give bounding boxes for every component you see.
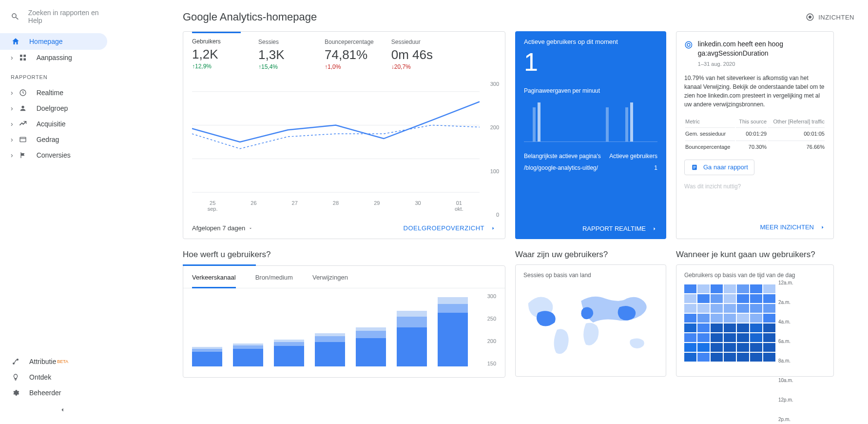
nav-attribution[interactable]: Attributie BETA <box>0 354 124 369</box>
heatmap-cell <box>737 353 749 362</box>
svg-point-7 <box>13 363 15 364</box>
heatmap-cell <box>737 284 749 293</box>
chevron-left-icon <box>59 406 66 413</box>
geo-card: Sessies op basis van land <box>515 264 666 377</box>
heatmap-cell <box>724 333 736 342</box>
behavior-icon <box>19 136 27 143</box>
attribution-icon <box>12 358 19 365</box>
heatmap-cell <box>763 343 775 352</box>
nav-acquisition-label: Acquisitie <box>37 120 66 128</box>
nav-conversions[interactable]: › Conversies <box>0 147 124 163</box>
insights-button[interactable]: INZICHTEN <box>806 13 854 21</box>
pageviews-per-minute-chart <box>524 98 657 142</box>
svg-rect-3 <box>23 58 26 61</box>
heatmap-cell <box>684 284 696 293</box>
kpi-tab-duration[interactable]: Sessieduur 0m 46s ↓20,7% <box>391 39 440 73</box>
date-range-select[interactable]: Afgelopen 7 dagen <box>192 224 253 232</box>
chevron-right-icon <box>652 226 657 232</box>
insight-card: linkedin.com heeft een hoog ga:avgSessio… <box>676 31 834 239</box>
clock-icon <box>19 89 27 97</box>
search-input[interactable]: Zoeken in rapporten en Help <box>0 9 124 33</box>
flag-icon <box>19 151 27 159</box>
nav-attribution-label: Attributie <box>29 358 56 365</box>
kpi-tab-sessions[interactable]: Sessies 1,3K ↑15,4% <box>258 39 307 73</box>
heatmap-cell <box>737 333 749 342</box>
nav-admin[interactable]: Beheerder <box>0 385 124 401</box>
svg-point-8 <box>17 359 19 361</box>
nav-behavior[interactable]: › Gedrag <box>0 132 124 147</box>
kpi-tab-users[interactable]: Gebruikers 1,2K ↑12,9% <box>192 32 241 73</box>
svg-point-15 <box>685 41 692 48</box>
nav-realtime-label: Realtime <box>37 89 63 97</box>
collapse-sidebar-button[interactable] <box>0 401 124 419</box>
tab-referrals[interactable]: Verwijzingen <box>312 274 348 288</box>
chevron-right-icon <box>820 224 826 230</box>
insight-feedback[interactable]: Was dit inzicht nuttig? <box>684 183 826 190</box>
heatmap-cell <box>750 333 762 342</box>
heatmap-cell <box>763 284 775 293</box>
acquisition-heading: Hoe werft u gebruikers? <box>183 250 505 260</box>
svg-rect-1 <box>23 55 26 57</box>
heatmap-cell <box>763 353 775 362</box>
heatmap-cell <box>697 284 710 293</box>
chevron-right-icon <box>490 225 496 231</box>
heatmap-cell <box>763 304 775 313</box>
go-to-report-button[interactable]: Ga naar rapport <box>684 160 754 175</box>
kpi-tab-bounce[interactable]: Bouncepercentage 74,81% ↑1,0% <box>325 39 374 73</box>
heatmap-cell <box>737 323 749 332</box>
svg-rect-18 <box>693 166 695 166</box>
realtime-report-link[interactable]: RAPPORT REALTIME <box>524 218 657 232</box>
acquisition-card: Verkeerskanaal Bron/medium Verwijzingen <box>183 265 505 378</box>
more-insights-link[interactable]: MEER INZICHTEN <box>684 214 826 231</box>
tab-traffic-channel[interactable]: Verkeerskanaal <box>192 274 236 288</box>
person-icon <box>19 104 27 112</box>
gear-icon <box>12 389 19 397</box>
page-title: Google Analytics-homepage <box>183 11 317 23</box>
nav-realtime[interactable]: › Realtime <box>0 85 124 101</box>
heatmap-cell <box>763 294 775 303</box>
search-placeholder: Zoeken in rapporten en Help <box>28 9 114 24</box>
heatmap-cell <box>697 343 710 352</box>
heatmap-cell <box>711 333 723 342</box>
nav-discover-label: Ontdek <box>29 373 51 381</box>
audience-overview-link[interactable]: DOELGROEPOVERZICHT <box>404 224 496 232</box>
document-icon <box>691 163 698 171</box>
heatmap-cell <box>684 343 696 352</box>
tab-source-medium[interactable]: Bron/medium <box>255 274 293 288</box>
nav-customization[interactable]: › Aanpassing <box>0 50 124 65</box>
heatmap-cell <box>711 343 723 352</box>
nav-homepage[interactable]: Homepage <box>0 33 107 50</box>
heatmap-cell <box>684 333 696 342</box>
active-page-row[interactable]: /blog/google-analytics-uitleg/ 1 <box>524 164 657 171</box>
dashboard-icon <box>19 54 27 61</box>
chevron-right-icon: › <box>11 136 13 143</box>
heatmap-cell <box>737 304 749 313</box>
nav-audience[interactable]: › Doelgroep <box>0 101 124 116</box>
nav-discover[interactable]: Ontdek <box>0 369 124 385</box>
heatmap-cell <box>711 353 723 362</box>
heatmap-cell <box>724 314 736 323</box>
nav-acquisition[interactable]: › Acquisitie <box>0 116 124 132</box>
svg-point-10 <box>809 16 811 19</box>
timing-heading: Wanneer je kunt gaan uw gebruikers? <box>676 250 834 260</box>
nav-behavior-label: Gedrag <box>37 136 59 143</box>
geo-heading: Waar zijn uw gebruikers? <box>515 250 666 260</box>
heatmap-cell <box>697 294 710 303</box>
kpi-card: Gebruikers 1,2K ↑12,9% Sessies 1,3K ↑15,… <box>183 31 505 239</box>
heatmap-grid <box>684 284 775 424</box>
acquisition-icon <box>19 120 27 128</box>
svg-rect-6 <box>20 137 26 141</box>
heatmap-cell <box>750 323 762 332</box>
insight-target-icon <box>684 40 693 50</box>
svg-point-5 <box>21 106 24 108</box>
users-line-chart: 3002001000 25sep. 26 27 28 29 30 01okt. <box>192 81 496 218</box>
search-icon <box>11 12 19 21</box>
svg-rect-20 <box>693 168 694 168</box>
heatmap-cell <box>763 323 775 332</box>
heatmap-cell <box>711 294 723 303</box>
svg-point-16 <box>687 43 690 46</box>
heatmap-cell <box>724 323 736 332</box>
insights-icon <box>806 13 814 21</box>
insight-table: MetricThis sourceOther [Referral] traffi… <box>684 116 826 154</box>
heatmap-cell <box>750 343 762 352</box>
